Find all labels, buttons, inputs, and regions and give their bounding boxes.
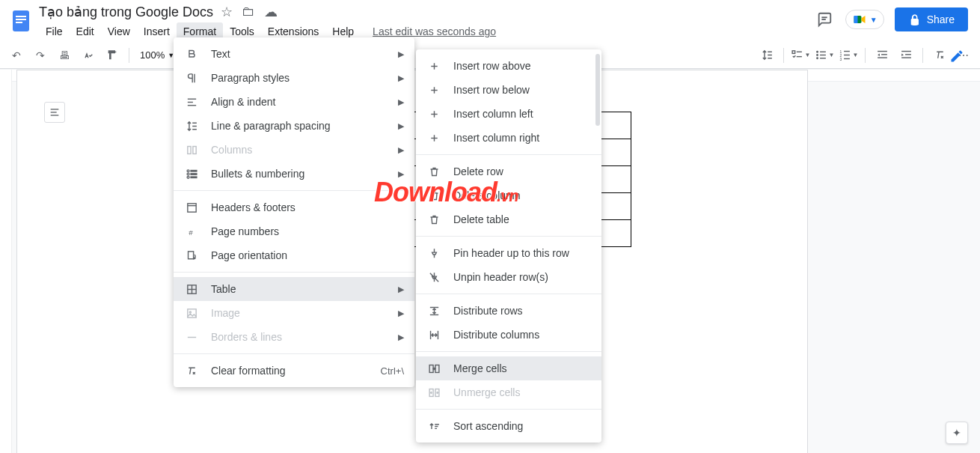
format-menu-align-indent[interactable]: Align & indent▶	[174, 90, 414, 114]
format-menu-columns: Columns▶	[174, 138, 414, 162]
menu-item-label: Bullets & numbering	[211, 168, 380, 180]
format-menu-line-paragraph-spacing[interactable]: Line & paragraph spacing▶	[174, 114, 414, 138]
menu-edit[interactable]: Edit	[70, 22, 101, 40]
bulleted-list-button[interactable]: ▼	[814, 45, 835, 66]
docs-logo[interactable]	[6, 6, 36, 36]
increase-indent-button[interactable]	[895, 45, 916, 66]
numbered-list-button[interactable]: 123▼	[838, 45, 859, 66]
svg-rect-43	[191, 177, 197, 177]
svg-point-13	[816, 54, 818, 56]
svg-rect-15	[820, 52, 826, 52]
submenu-scrollbar[interactable]	[595, 54, 600, 126]
last-edit-link[interactable]: Last edit was seconds ago	[373, 25, 496, 37]
line-spacing-button[interactable]	[756, 45, 777, 66]
table-menu-insert-column-left[interactable]: Insert column left	[416, 102, 601, 126]
svg-rect-47	[188, 251, 193, 258]
cloud-status-icon[interactable]: ☁	[264, 4, 278, 20]
align-indent-icon	[184, 94, 199, 109]
menu-view[interactable]: View	[101, 22, 137, 40]
sort-asc-icon	[426, 419, 441, 434]
editing-mode-button[interactable]	[944, 43, 970, 69]
svg-rect-3	[16, 22, 22, 23]
comment-history-icon[interactable]	[814, 9, 835, 30]
star-icon[interactable]: ☆	[221, 4, 233, 20]
svg-rect-24	[878, 51, 887, 52]
doc-title[interactable]: Tạo bảng trong Google Docs	[39, 4, 213, 20]
svg-rect-42	[191, 173, 197, 174]
menu-item-label: Page orientation	[211, 249, 404, 261]
table-menu-delete-column[interactable]: Delete column	[416, 183, 601, 207]
svg-point-39	[187, 173, 189, 175]
document-outline-button[interactable]	[44, 102, 65, 123]
trash-icon	[426, 164, 441, 179]
menu-item-label: Paragraph styles	[211, 72, 380, 84]
plus-icon	[426, 58, 441, 73]
format-menu-headers-footers[interactable]: Headers & footers	[174, 195, 414, 219]
move-icon[interactable]: 🗀	[242, 4, 255, 20]
meet-button[interactable]: ▼	[845, 10, 884, 29]
table-menu-pin-header-up-to-this-row[interactable]: Pin header up to this row	[416, 241, 601, 265]
menu-item-label: Insert column left	[453, 108, 591, 120]
spellcheck-button[interactable]	[78, 45, 99, 66]
menu-shortcut: Ctrl+\	[381, 365, 404, 377]
plus-icon	[426, 82, 441, 97]
zoom-select[interactable]: 100%▼	[135, 49, 179, 61]
svg-text:1: 1	[839, 50, 842, 54]
vertical-ruler[interactable]	[0, 70, 12, 453]
menu-item-label: Image	[211, 307, 380, 319]
svg-point-40	[187, 176, 189, 178]
format-menu-clear-formatting[interactable]: Clear formattingCtrl+\	[174, 359, 414, 383]
svg-rect-51	[187, 308, 195, 317]
clear-formatting-icon	[184, 363, 199, 378]
table-menu-sort-ascending[interactable]: Sort ascending	[416, 414, 601, 438]
undo-button[interactable]: ↶	[6, 45, 27, 66]
format-menu-page-numbers[interactable]: #Page numbers	[174, 219, 414, 243]
menu-item-label: Unpin header row(s)	[453, 271, 591, 283]
svg-point-12	[816, 51, 818, 53]
svg-rect-17	[820, 58, 826, 58]
table-menu-distribute-columns[interactable]: Distribute columns	[416, 323, 601, 347]
svg-rect-36	[187, 146, 190, 153]
format-menu-dropdown: Text▶Paragraph styles▶Align & indent▶Lin…	[174, 37, 414, 387]
menu-file[interactable]: File	[39, 22, 70, 40]
format-menu-text[interactable]: Text▶	[174, 42, 414, 66]
format-menu-paragraph-styles[interactable]: Paragraph styles▶	[174, 66, 414, 90]
table-menu-delete-table[interactable]: Delete table	[416, 207, 601, 231]
menu-item-label: Pin header up to this row	[453, 247, 591, 259]
menu-item-label: Clear formatting	[211, 365, 363, 377]
checklist-button[interactable]: ▼	[790, 45, 811, 66]
share-button[interactable]: Share	[895, 7, 968, 31]
bold-icon	[184, 46, 199, 61]
page-orientation-icon	[184, 248, 199, 263]
format-menu-table[interactable]: Table▶	[174, 277, 414, 301]
svg-rect-22	[844, 55, 850, 55]
table-menu-delete-row[interactable]: Delete row	[416, 159, 601, 183]
table-menu-insert-row-above[interactable]: Insert row above	[416, 54, 601, 78]
menu-item-label: Unmerge cells	[453, 386, 591, 398]
table-menu-distribute-rows[interactable]: Distribute rows	[416, 299, 601, 323]
menu-item-label: Text	[211, 48, 380, 60]
table-menu-unmerge-cells: Unmerge cells	[416, 380, 601, 404]
decrease-indent-button[interactable]	[872, 45, 892, 66]
paint-format-button[interactable]	[102, 45, 123, 66]
redo-button[interactable]: ↷	[30, 45, 51, 66]
explore-button[interactable]: ✦	[946, 422, 968, 444]
svg-rect-29	[901, 57, 911, 58]
svg-rect-23	[844, 58, 850, 59]
menu-item-label: Line & paragraph spacing	[211, 120, 380, 132]
plus-icon	[426, 130, 441, 145]
format-menu-page-orientation[interactable]: Page orientation	[174, 243, 414, 267]
print-button[interactable]: 🖶	[54, 45, 75, 66]
svg-rect-28	[905, 54, 911, 55]
pin-icon	[426, 246, 441, 261]
table-menu-insert-row-below[interactable]: Insert row below	[416, 78, 601, 102]
menu-insert[interactable]: Insert	[137, 22, 177, 40]
table-menu-insert-column-right[interactable]: Insert column right	[416, 126, 601, 150]
menu-item-label: Delete row	[453, 165, 591, 177]
submenu-arrow-icon: ▶	[398, 121, 404, 131]
format-menu-bullets-numbering[interactable]: Bullets & numbering▶	[174, 162, 414, 186]
table-menu-merge-cells[interactable]: Merge cells	[416, 356, 601, 380]
menu-item-label: Merge cells	[453, 362, 591, 374]
table-menu-unpin-header-row-s-[interactable]: Unpin header row(s)	[416, 265, 601, 289]
menu-item-label: Delete table	[453, 213, 591, 225]
